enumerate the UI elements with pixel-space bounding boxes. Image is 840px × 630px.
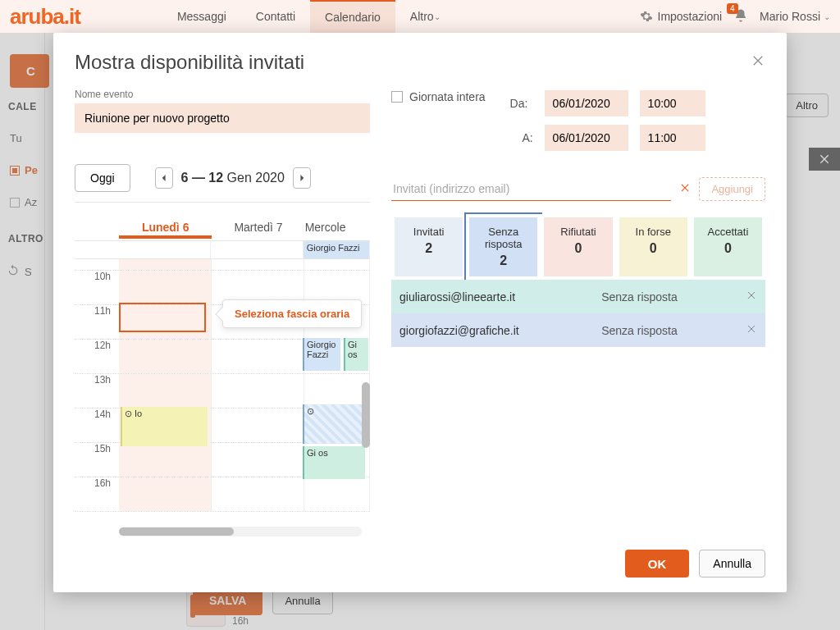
invitee-email: giuliarossi@lineearte.it (399, 290, 601, 304)
status-declined[interactable]: Rifiutati0 (541, 214, 615, 280)
event-dotted[interactable]: ⊙ (303, 404, 365, 444)
remove-invitee-button[interactable] (746, 323, 757, 337)
to-date-input[interactable] (545, 125, 628, 151)
invitee-list: giuliarossi@lineearte.it Senza risposta … (391, 280, 765, 347)
notifications-button[interactable]: 4 (733, 8, 748, 25)
settings-link[interactable]: Impostazioni (640, 10, 723, 23)
event-name-label: Nome evento (75, 89, 370, 100)
horizontal-scrollbar[interactable] (119, 527, 362, 536)
cancel-button[interactable]: Annulla (699, 550, 765, 578)
tab-messages[interactable]: Messaggi (162, 0, 241, 33)
allday-event[interactable]: Giorgio Fazzi (304, 241, 370, 258)
status-summary: Invitati2 Senza risposta2 Rifiutati0 In … (391, 214, 765, 280)
invitee-email: giorgiofazzi@grafiche.it (399, 324, 601, 337)
event-gf[interactable]: Giorgio Fazzi (303, 338, 340, 371)
close-icon[interactable] (751, 53, 765, 71)
vertical-scrollbar[interactable] (362, 382, 370, 448)
status-tentative[interactable]: In forse0 (616, 214, 691, 280)
next-week-button[interactable] (293, 167, 311, 189)
add-invitee-button[interactable]: Aggiungi (699, 177, 765, 201)
date-range: 6 — 12 Gen 2020 (181, 171, 285, 185)
checkbox-icon (391, 91, 403, 103)
allday-row: Giorgio Fazzi (75, 240, 370, 258)
select-slot-tooltip[interactable]: Seleziona fascia oraria (222, 299, 362, 328)
day-header-wed[interactable]: Mercole (305, 221, 370, 234)
today-button[interactable]: Oggi (75, 164, 130, 192)
gear-icon (640, 10, 653, 23)
prev-week-button[interactable] (155, 167, 173, 189)
day-header-tue[interactable]: Martedì 7 (212, 221, 304, 234)
tab-other[interactable]: Altro ⌄ (395, 0, 455, 33)
allday-checkbox[interactable]: Giornata intera (391, 90, 486, 103)
status-noresponse[interactable]: Senza risposta2 (466, 214, 541, 280)
list-item: giorgiofazzi@grafiche.it Senza risposta (391, 313, 765, 347)
status-invited[interactable]: Invitati2 (391, 214, 466, 280)
from-label: Da: (510, 97, 533, 110)
to-label: A: (510, 131, 533, 144)
availability-modal: Mostra disponibilità invitati Nome event… (53, 33, 787, 592)
clear-input-icon[interactable] (679, 182, 691, 197)
notification-badge: 4 (727, 3, 738, 14)
top-tabs: Messaggi Contatti Calendario Altro ⌄ (162, 0, 455, 33)
user-menu[interactable]: Mario Rossi ⌄ (760, 10, 830, 23)
logo: aruba.it (10, 4, 80, 30)
status-accepted[interactable]: Accettati0 (691, 214, 765, 280)
event-name-input[interactable] (75, 103, 370, 133)
from-date-input[interactable] (545, 90, 628, 116)
to-time-input[interactable] (640, 125, 705, 151)
day-header-mon[interactable]: Lunedì 6 (119, 221, 212, 234)
remove-invitee-button[interactable] (746, 290, 757, 304)
event-gi[interactable]: Gi os (303, 446, 365, 479)
tab-calendar[interactable]: Calendario (310, 0, 395, 33)
invitee-email-input[interactable] (391, 177, 671, 201)
time-grid[interactable]: 10h 11h 12h 13h 14h 15h 16h Seleziona fa… (75, 258, 370, 536)
from-time-input[interactable] (640, 90, 705, 116)
event-io[interactable]: ⊙ Io (121, 407, 208, 446)
invitee-status: Senza risposta (601, 324, 746, 337)
selected-slot[interactable] (119, 303, 206, 332)
invitee-status: Senza risposta (601, 290, 746, 304)
modal-title: Mostra disponibilità invitati (75, 51, 304, 74)
list-item: giuliarossi@lineearte.it Senza risposta (391, 280, 765, 313)
top-header: aruba.it Messaggi Contatti Calendario Al… (0, 0, 840, 33)
ok-button[interactable]: OK (625, 550, 690, 578)
tab-contacts[interactable]: Contatti (241, 0, 310, 33)
event-gi-os[interactable]: Gi os (344, 338, 368, 371)
